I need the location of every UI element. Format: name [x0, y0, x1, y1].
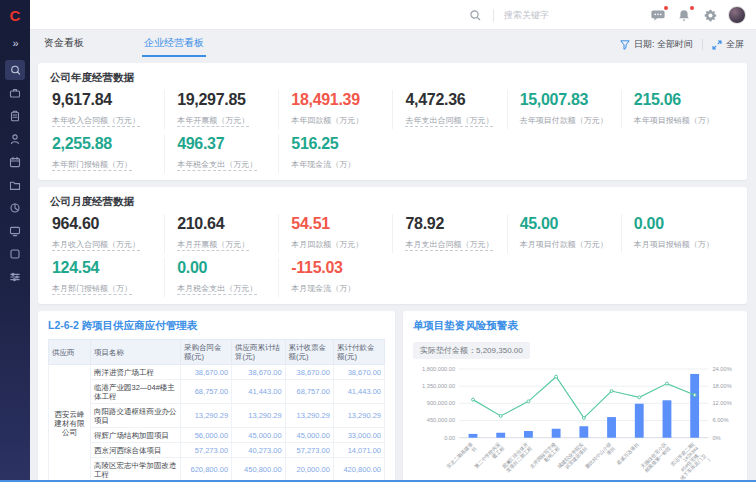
- stat-value: 78.92: [405, 215, 502, 233]
- sidebar-item-search-icon[interactable]: [5, 60, 25, 80]
- sidebar-expand-button[interactable]: »: [12, 30, 17, 57]
- bar-6: [635, 404, 644, 438]
- stat-item: 964.60本月收入合同额（万元）: [50, 214, 164, 253]
- table-header-cell: 项目名称: [91, 340, 181, 365]
- stat-item: -115.03本月现金流（万）: [278, 258, 392, 297]
- amount-cell: 38,670.00: [232, 365, 286, 380]
- sidebar-item-pie-chart-icon[interactable]: [5, 198, 25, 218]
- x-axis-label: 观澜汇综合体开发项目二期工程: [501, 441, 534, 474]
- stat-value: 15,007.83: [520, 91, 617, 109]
- project-name-cell: 西京河西综合体项目: [91, 443, 181, 458]
- annual-section-title: 公司年度经营数据: [50, 71, 735, 85]
- stat-label: 本月开票额（万元）: [177, 240, 249, 251]
- app-window: C 搜索关键字 » 资金看: [0, 0, 756, 482]
- stat-label: 本年回款额（万元）: [291, 116, 363, 125]
- sidebar-item-briefcase-icon[interactable]: [5, 83, 25, 103]
- amount-cell: 68,757.00: [285, 380, 333, 404]
- stat-label: 去年支出合同额（万元）: [405, 116, 493, 127]
- amount-cell: 45,000.00: [285, 428, 333, 443]
- svg-text:24.00%: 24.00%: [712, 366, 731, 372]
- table-row: 高陵区宏志中学加固改造工程620,800.00450,800.0020,000.…: [49, 458, 385, 482]
- stat-item: 18,491.39本年回款额（万元）: [278, 90, 392, 129]
- line-point: [582, 416, 585, 419]
- fullscreen-icon: [712, 40, 722, 50]
- notifications-icon[interactable]: [676, 7, 692, 23]
- amount-cell: 14,071.00: [333, 443, 384, 458]
- risk-panel-title: 单项目垫资风险预警表: [413, 319, 737, 333]
- stat-item: 54.51本月回款额（万元）: [278, 214, 392, 253]
- stat-label: 本年税金支出（万元）: [177, 160, 257, 171]
- line-point: [638, 396, 641, 399]
- line-point: [499, 414, 502, 417]
- tabs: 资金看板企业经营看板: [42, 30, 262, 57]
- funnel-icon: [620, 40, 630, 50]
- tab-business-dashboard[interactable]: 企业经营看板: [142, 30, 206, 57]
- sidebar-icon-list: [5, 57, 25, 290]
- main-area: 资金看板企业经营看板 日期: 全部时间 全屏 公司年度经营数据 9,617.84…: [30, 30, 756, 482]
- stat-value: 215.06: [634, 91, 731, 109]
- chart-canvas: 0.000%450,000.006.00%900,000.0012.00%1,3…: [413, 362, 737, 482]
- amount-cell: 450,800.00: [232, 458, 286, 482]
- line-point: [665, 382, 668, 385]
- stat-item: 45.00本月项目付款额（万元）: [507, 214, 621, 253]
- project-name-cell: 南洋进贤广场工程: [91, 365, 181, 380]
- amount-cell: 68,757.00: [181, 380, 232, 404]
- risk-combo-chart: 0.000%450,000.006.00%900,000.0012.00%1,3…: [413, 362, 737, 482]
- project-name-cell: 得辉广场结构加固项目: [91, 428, 181, 443]
- sidebar-item-sliders-icon[interactable]: [5, 267, 25, 287]
- top-bar: C 搜索关键字: [0, 0, 756, 30]
- messages-icon[interactable]: [650, 7, 666, 23]
- amount-cell: 41,443.00: [232, 380, 286, 404]
- stat-item: 4,472.36去年支出合同额（万元）: [392, 90, 506, 129]
- amount-cell: 13,290.29: [181, 404, 232, 428]
- divider: [493, 9, 494, 22]
- line-point: [693, 394, 696, 397]
- dashboard-content: 公司年度经营数据 9,617.84本年收入合同额（万元）19,297.85本年开…: [30, 57, 756, 482]
- amount-cell: 57,273.00: [181, 443, 232, 458]
- stat-label: 本年开票额（万元）: [177, 116, 249, 127]
- search-icon[interactable]: [467, 7, 483, 23]
- stat-item: 215.06本年项目报销额（万）: [621, 90, 735, 129]
- stat-label: 本月税金支出（万元）: [177, 284, 257, 295]
- fullscreen-button[interactable]: 全屏: [712, 38, 744, 51]
- table-row: 得辉广场结构加固项目56,000.0045,000.0045,000.0033,…: [49, 428, 385, 443]
- stat-label: 本月现金流（万）: [291, 284, 355, 293]
- sidebar-item-calendar-icon[interactable]: [5, 152, 25, 172]
- stat-label: 本月部门报销额（万）: [52, 284, 132, 295]
- stat-value: 45.00: [520, 215, 617, 233]
- x-axis-label: 左岸国际写字楼配电工程: [528, 441, 561, 474]
- stat-label: 本月回款额（万元）: [291, 240, 363, 249]
- settings-icon[interactable]: [702, 7, 718, 23]
- project-name-cell: 临港产业园32—04#楼主体工程: [91, 380, 181, 404]
- amount-cell: 13,290.29: [232, 404, 286, 428]
- sidebar-item-monitor-icon[interactable]: [5, 221, 25, 241]
- user-avatar[interactable]: [728, 6, 746, 24]
- svg-text:450,000.00: 450,000.00: [427, 417, 455, 423]
- sidebar-item-folder-icon[interactable]: [5, 175, 25, 195]
- ratio-line: [473, 377, 695, 418]
- bar-1: [496, 433, 505, 438]
- bar-3: [552, 429, 561, 438]
- sidebar-item-clipboard-icon[interactable]: [5, 106, 25, 126]
- tab-fund-dashboard[interactable]: 资金看板: [42, 30, 86, 57]
- actual-amount-badge: 实际垫付金额：5,209,350.00: [413, 342, 530, 359]
- stat-item: 516.25本年现金流（万）: [278, 134, 392, 173]
- date-filter-button[interactable]: 日期: 全部时间: [620, 38, 693, 51]
- amount-cell: 33,000.00: [333, 428, 384, 443]
- amount-cell: 45,000.00: [232, 428, 286, 443]
- stat-item: 496.37本年税金支出（万元）: [164, 134, 278, 173]
- amount-cell: 13,290.29: [285, 404, 333, 428]
- app-logo[interactable]: C: [0, 0, 30, 30]
- stat-value: 124.54: [52, 259, 160, 277]
- supplier-cell: 西安云峰建材有限公司: [49, 365, 91, 482]
- table-header-cell: 供应商: [49, 340, 91, 365]
- stat-value: 18,491.39: [291, 91, 388, 109]
- stat-label: 本年部门报销额（万）: [52, 160, 132, 171]
- sidebar-item-box-icon[interactable]: [5, 244, 25, 264]
- table-header-cell: 累计收票金额(元): [285, 340, 333, 365]
- stat-label: 本年收入合同额（万元）: [52, 116, 140, 127]
- sidebar-item-user-icon[interactable]: [5, 129, 25, 149]
- stat-value: 516.25: [291, 135, 388, 153]
- search-input[interactable]: 搜索关键字: [504, 9, 582, 22]
- risk-chart-panel: 单项目垫资风险预警表 实际垫付金额：5,209,350.00 0.000%450…: [403, 311, 747, 482]
